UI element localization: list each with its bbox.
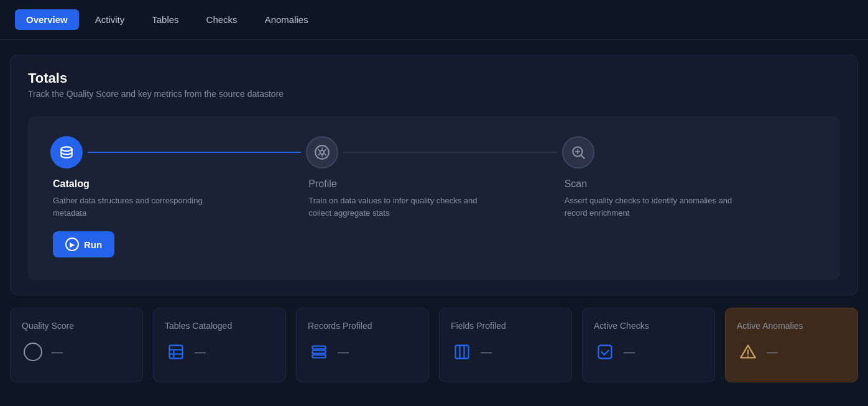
pipeline-container: Catalog Gather data structures and corre… [28, 116, 840, 280]
fields-profiled-value-row: — [451, 341, 560, 363]
metric-fields-profiled: Fields Profiled — [439, 308, 572, 382]
svg-rect-9 [313, 355, 326, 358]
catalog-body: Catalog Gather data structures and corre… [50, 178, 227, 257]
run-btn-label: Run [84, 239, 102, 250]
svg-rect-3 [170, 346, 183, 359]
records-profiled-value: — [338, 346, 349, 359]
active-checks-label: Active Checks [594, 321, 703, 331]
records-icon [310, 343, 328, 361]
active-checks-value-row: — [594, 341, 703, 363]
pipeline-step-scan: Scan Assert quality checks to identify a… [562, 136, 818, 219]
svg-rect-10 [456, 346, 469, 359]
profile-step-desc: Train on data values to infer quality ch… [308, 195, 482, 219]
step-catalog-header [50, 136, 306, 168]
catalog-step-name: Catalog [53, 178, 227, 190]
nav-overview[interactable]: Overview [15, 9, 79, 30]
nav-tables[interactable]: Tables [141, 9, 190, 30]
tables-cataloged-value-row: — [165, 341, 274, 363]
quality-score-icon [22, 341, 44, 363]
records-profiled-value-row: — [308, 341, 417, 363]
active-anomalies-value-row: — [737, 341, 846, 363]
active-anomalies-value: — [767, 346, 778, 359]
tables-cataloged-icon [165, 341, 187, 363]
metric-quality-score: Quality Score — [10, 308, 143, 382]
catalog-icon [58, 144, 75, 160]
totals-subtitle: Track the Quality Score and key metrics … [28, 89, 840, 99]
main-content: Totals Track the Quality Score and key m… [0, 40, 868, 397]
step-profile-header [306, 136, 561, 168]
connector-catalog-profile [88, 152, 301, 153]
catalog-step-desc: Gather data structures and corresponding… [53, 195, 227, 219]
active-checks-icon [594, 341, 616, 363]
fields-icon [453, 343, 471, 361]
svg-point-15 [747, 356, 749, 357]
step-scan-header [562, 136, 818, 168]
records-profiled-icon [308, 341, 330, 363]
pipeline-step-profile: Profile Train on data values to infer qu… [306, 136, 561, 219]
scan-step-desc: Assert quality checks to identify anomal… [565, 195, 739, 219]
active-anomalies-label: Active Anomalies [737, 321, 846, 331]
metric-active-checks: Active Checks — [582, 308, 715, 382]
quality-score-value: — [52, 346, 63, 359]
totals-card: Totals Track the Quality Score and key m… [10, 55, 858, 295]
quality-score-label: Quality Score [22, 321, 131, 331]
svg-point-0 [61, 147, 72, 151]
profile-icon-circle [306, 136, 338, 168]
records-profiled-label: Records Profiled [308, 321, 417, 331]
fields-profiled-label: Fields Profiled [451, 321, 560, 331]
svg-rect-7 [313, 346, 326, 349]
active-checks-value: — [624, 346, 635, 359]
nav-activity[interactable]: Activity [84, 9, 136, 30]
scan-icon [570, 144, 586, 160]
run-play-icon: ▶ [65, 238, 79, 251]
scan-body: Scan Assert quality checks to identify a… [562, 178, 739, 219]
quality-score-value-row: — [22, 341, 131, 363]
metric-active-anomalies: Active Anomalies — [725, 308, 858, 382]
table-icon [167, 343, 185, 361]
svg-rect-8 [313, 351, 326, 354]
active-anomalies-icon [737, 341, 759, 363]
totals-title: Totals [28, 70, 840, 86]
profile-step-name: Profile [308, 178, 482, 190]
catalog-icon-circle [50, 136, 83, 168]
metric-tables-cataloged: Tables Cataloged — [153, 308, 286, 382]
nav-checks[interactable]: Checks [195, 9, 249, 30]
tables-cataloged-value: — [195, 346, 206, 359]
check-icon [596, 343, 614, 361]
warning-icon [739, 343, 757, 361]
scan-icon-circle [562, 136, 594, 168]
metric-records-profiled: Records Profiled — [296, 308, 429, 382]
fields-profiled-value: — [481, 346, 492, 359]
connector-profile-scan [343, 152, 556, 153]
nav-anomalies[interactable]: Anomalies [254, 9, 320, 30]
metrics-row: Quality Score — Tables Cataloged [10, 308, 858, 382]
profile-icon [314, 144, 330, 160]
run-button[interactable]: ▶ Run [53, 231, 114, 257]
fields-profiled-icon [451, 341, 473, 363]
svg-point-1 [320, 150, 325, 155]
top-navigation: Overview Activity Tables Checks Anomalie… [0, 0, 868, 40]
profile-body: Profile Train on data values to infer qu… [306, 178, 482, 219]
svg-rect-13 [599, 346, 612, 359]
scan-step-name: Scan [565, 178, 739, 190]
tables-cataloged-label: Tables Cataloged [165, 321, 274, 331]
pipeline-step-catalog: Catalog Gather data structures and corre… [50, 136, 306, 257]
